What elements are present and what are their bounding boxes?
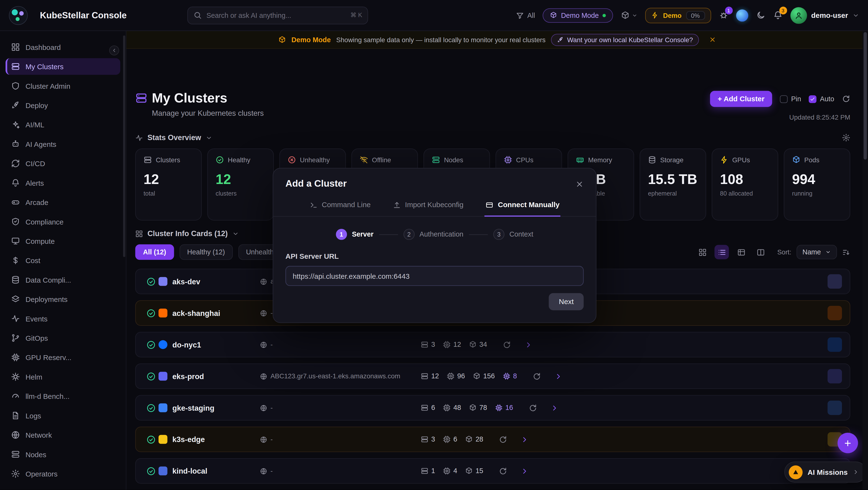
chevron-down-icon — [632, 12, 638, 18]
banner-cta-button[interactable]: Want your own local KubeStellar Console? — [551, 34, 699, 46]
sidebar-item-alerts[interactable]: Alerts — [5, 174, 120, 191]
pin-checkbox[interactable]: Pin — [780, 95, 801, 103]
api-server-url-input[interactable] — [285, 266, 584, 286]
context-switcher[interactable] — [621, 11, 638, 20]
row-refresh-icon[interactable] — [499, 435, 507, 444]
status-dot — [602, 13, 606, 17]
ai-missions-button[interactable]: AI Missions — [784, 462, 867, 483]
notifications-button[interactable]: 3 — [773, 11, 782, 20]
next-button[interactable]: Next — [549, 293, 584, 310]
globe-status-icon[interactable] — [736, 9, 748, 22]
sidebar-item-ci-cd[interactable]: CI/CD — [5, 155, 120, 172]
sidebar-item-cost[interactable]: Cost — [5, 252, 120, 269]
topbar: KubeStellar Console ⌘ K All Demo Mode — [0, 0, 868, 31]
sidebar-item-deploy[interactable]: Deploy — [5, 97, 120, 113]
nodes-icon — [421, 341, 429, 349]
row-refresh-icon[interactable] — [502, 340, 511, 349]
filter-healthy-12[interactable]: Healthy (12) — [180, 244, 233, 260]
user-menu[interactable]: demo-user — [790, 7, 859, 24]
debug-badge: 1 — [725, 7, 733, 14]
add-cluster-button[interactable]: + Add Cluster — [710, 91, 772, 107]
sidebar-item-operators[interactable]: Operators — [5, 465, 120, 482]
global-search[interactable]: ⌘ K — [188, 6, 368, 24]
pods-stat: 156 — [473, 372, 495, 380]
stat-card-storage[interactable]: Storage15.5 TBephemeral — [640, 149, 706, 221]
sidebar-item-my-clusters[interactable]: My Clusters — [5, 58, 120, 75]
sidebar-item-ai-agents[interactable]: AI Agents — [5, 136, 120, 153]
row-chevron-right-icon[interactable] — [520, 435, 529, 444]
sidebar-item-arcade[interactable]: Arcade — [5, 194, 120, 210]
modal-tab-connect-manually[interactable]: Connect Manually — [485, 196, 561, 217]
cluster-row-do-nyc1[interactable]: do-nyc1-31234 — [135, 332, 850, 357]
row-refresh-icon[interactable] — [529, 404, 537, 412]
sidebar-item-gpu-reserv[interactable]: GPU Reserv... — [5, 349, 120, 366]
view-list-button[interactable] — [715, 245, 729, 259]
modal-tab-import-kubeconfig[interactable]: Import Kubeconfig — [392, 196, 465, 217]
cluster-row-k3s-edge[interactable]: k3s-edge-3628 — [135, 427, 850, 452]
stat-label: CPUs — [516, 156, 533, 164]
sidebar-item-dashboard[interactable]: Dashboard — [5, 39, 120, 56]
filter-all-12[interactable]: All (12) — [135, 244, 174, 260]
sidebar-item-llm-d-bench[interactable]: llm-d Bench... — [5, 388, 120, 404]
scrollbar-thumb[interactable] — [864, 32, 867, 159]
sort-select[interactable]: Name — [796, 245, 837, 259]
auto-checkbox[interactable]: Auto — [809, 95, 834, 103]
sidebar-item-helm[interactable]: Helm — [5, 368, 120, 385]
cluster-row-kind-local[interactable]: kind-local-1415 — [135, 458, 850, 484]
sidebar-item-gitops[interactable]: GitOps — [5, 330, 120, 346]
filter-button[interactable]: All — [516, 11, 535, 19]
sidebar-item-events[interactable]: Events — [5, 311, 120, 327]
provider-ghost-logo — [828, 274, 842, 289]
provider-ghost-logo — [828, 400, 842, 415]
sidebar-item-label: AI Agents — [26, 140, 57, 148]
git-branch-icon — [11, 333, 20, 342]
gear-icon[interactable] — [842, 134, 850, 142]
step-context[interactable]: 3Context — [493, 229, 533, 240]
view-columns-button[interactable] — [753, 245, 768, 259]
theme-toggle[interactable] — [756, 11, 765, 20]
sidebar-item-ai-ml[interactable]: AI/ML — [5, 116, 120, 133]
stat-card-pods[interactable]: Pods994running — [784, 149, 850, 221]
sidebar-item-network[interactable]: Network — [5, 427, 120, 443]
stat-card-healthy[interactable]: Healthy12clusters — [207, 149, 274, 221]
sidebar-item-nodes[interactable]: Nodes — [5, 446, 120, 463]
row-chevron-right-icon[interactable] — [520, 467, 529, 475]
sort-order-icon[interactable] — [842, 248, 850, 256]
sidebar-item-data-compli[interactable]: Data Compli... — [5, 271, 120, 288]
sidebar-collapse-button[interactable] — [109, 45, 119, 55]
add-fab-button[interactable]: + — [838, 433, 858, 453]
step-server[interactable]: 1Server — [336, 229, 373, 240]
stat-card-clusters[interactable]: Clusters12total — [135, 149, 202, 221]
sidebar-item-deployments[interactable]: Deployments — [5, 291, 120, 307]
stat-card-gpus[interactable]: GPUs10880 allocated — [712, 149, 778, 221]
row-chevron-right-icon[interactable] — [554, 372, 562, 380]
sidebar-item-label: CI/CD — [26, 159, 45, 168]
stats-section-header[interactable]: Stats Overview — [135, 134, 850, 142]
modal-close-icon[interactable] — [576, 180, 584, 188]
banner-close-icon[interactable] — [709, 36, 716, 43]
sidebar-scrollbar[interactable] — [123, 35, 125, 257]
search-input[interactable] — [207, 11, 346, 19]
sidebar-item-compute[interactable]: Compute — [5, 233, 120, 249]
cluster-row-eks-prod[interactable]: eks-prodABC123.gr7.us-east-1.eks.amazona… — [135, 363, 850, 389]
step-authentication[interactable]: 2Authentication — [403, 229, 463, 240]
row-chevron-right-icon[interactable] — [550, 404, 558, 412]
view-table-button[interactable] — [734, 245, 749, 259]
demo-mode-pill[interactable]: Demo Mode — [543, 8, 613, 23]
auto-checkbox-box[interactable] — [809, 95, 817, 103]
modal-tab-command-line[interactable]: Command Line — [309, 196, 372, 217]
demo-progress-meter[interactable]: Demo 0% — [645, 7, 711, 23]
debug-button[interactable]: 1 — [719, 11, 728, 20]
sidebar-item-cluster-admin[interactable]: Cluster Admin — [5, 78, 120, 94]
pin-checkbox-box[interactable] — [780, 95, 788, 103]
cluster-row-gke-staging[interactable]: gke-staging-6487816 — [135, 395, 850, 421]
row-refresh-icon[interactable] — [499, 467, 507, 475]
sidebar-item-logs[interactable]: Logs — [5, 407, 120, 424]
row-refresh-icon[interactable] — [532, 372, 540, 380]
cpu-icon — [443, 341, 451, 349]
refresh-icon[interactable] — [842, 95, 850, 103]
view-grid-button[interactable] — [695, 245, 710, 259]
page-scrollbar[interactable] — [863, 31, 868, 490]
row-chevron-right-icon[interactable] — [524, 340, 532, 349]
sidebar-item-compliance[interactable]: Compliance — [5, 214, 120, 230]
